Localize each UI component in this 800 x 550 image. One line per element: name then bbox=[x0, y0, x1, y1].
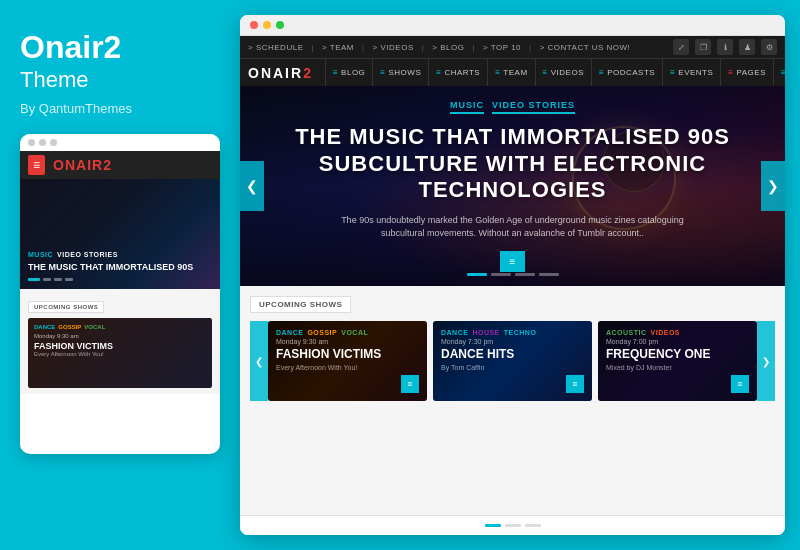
upcoming-badge: UPCOMING SHOWS bbox=[250, 296, 351, 313]
nav-blog-icon: ≡ bbox=[333, 68, 338, 77]
shows-prev-button[interactable]: ❮ bbox=[250, 321, 268, 401]
mobile-hero: MUSIC VIDEO STORIES THE MUSIC THAT IMMOR… bbox=[20, 179, 220, 289]
mobile-dot-2 bbox=[39, 139, 46, 146]
mobile-slide-dot-2 bbox=[43, 278, 51, 281]
browser-close-dot[interactable] bbox=[250, 21, 258, 29]
hero-content: MUSIC VIDEO STORIES THE MUSIC THAT IMMOR… bbox=[240, 86, 785, 286]
topnav-team[interactable]: > TEAM bbox=[322, 43, 354, 52]
show-1-tag-dance: DANCE bbox=[276, 329, 303, 336]
show-1-desc: Every Afternoon With You! bbox=[276, 364, 419, 371]
footer-dot-2 bbox=[505, 524, 521, 527]
hero-dot-3[interactable] bbox=[515, 273, 535, 276]
hero-slide-dots bbox=[467, 273, 559, 276]
hero-next-button[interactable]: ❯ bbox=[761, 161, 785, 211]
show-2-tag-techno: TECHNO bbox=[504, 329, 537, 336]
mobile-preview: ≡ ONAIR2 MUSIC VIDEO STORIES THE MUSIC T… bbox=[20, 134, 220, 454]
copy-icon[interactable]: ❐ bbox=[695, 39, 711, 55]
shows-next-button[interactable]: ❯ bbox=[757, 321, 775, 401]
mobile-hero-content: MUSIC VIDEO STORIES THE MUSIC THAT IMMOR… bbox=[28, 251, 193, 281]
logo-accent: 2 bbox=[303, 65, 313, 81]
show-2-tag-house: HOUSE bbox=[472, 329, 499, 336]
user-icon[interactable]: ♟ bbox=[739, 39, 755, 55]
show-2-tags: DANCE HOUSE TECHNO bbox=[441, 329, 584, 336]
site-logo: ONAIR2 bbox=[248, 65, 313, 81]
browser-chrome-bar bbox=[240, 15, 785, 36]
nav-items: ≡ BLOG ≡ SHOWS ≡ CHARTS ≡ TEAM ≡ VIDEOS … bbox=[325, 59, 785, 87]
mobile-dot-3 bbox=[50, 139, 57, 146]
upcoming-header: UPCOMING SHOWS bbox=[250, 296, 775, 313]
nav-podcasts-icon: ≡ bbox=[599, 68, 604, 77]
mobile-show-tags: DANCE GOSSIP VOCAL bbox=[34, 324, 206, 330]
theme-author: By QantumThemes bbox=[20, 101, 220, 116]
topnav-blog[interactable]: > BLOG bbox=[432, 43, 464, 52]
mobile-hero-tags: MUSIC VIDEO STORIES bbox=[28, 251, 193, 258]
settings-icon[interactable]: ⚙ bbox=[761, 39, 777, 55]
mobile-slide-dot-3 bbox=[54, 278, 62, 281]
browser-content: > SCHEDULE | > TEAM | > VIDEOS | > BLOG … bbox=[240, 36, 785, 535]
footer-dots bbox=[485, 524, 541, 527]
nav-videos-icon: ≡ bbox=[543, 68, 548, 77]
show-3-tag-videos: VIDEOS bbox=[651, 329, 680, 336]
mobile-hero-title: THE MUSIC THAT IMMORTALISED 90S bbox=[28, 262, 193, 273]
mobile-show-tag-vocal: VOCAL bbox=[84, 324, 105, 330]
mobile-upcoming-section: UPCOMING SHOWS DANCE GOSSIP VOCAL Monday… bbox=[20, 289, 220, 394]
shows-carousel: ❮ DANCE GOSSIP VOCAL Monday 9:30 am bbox=[250, 321, 775, 401]
mobile-logo: ONAIR2 bbox=[53, 157, 112, 173]
site-hero: ❮ ❯ MUSIC VIDEO STORIES THE MUSIC THAT I… bbox=[240, 86, 785, 286]
show-card-1-content: DANCE GOSSIP VOCAL Monday 9:30 am FASHIO… bbox=[268, 321, 427, 379]
nav-events-icon: ≡ bbox=[670, 68, 675, 77]
browser-preview: > SCHEDULE | > TEAM | > VIDEOS | > BLOG … bbox=[240, 15, 785, 535]
nav-pages[interactable]: ≡ PAGES bbox=[721, 59, 774, 87]
show-2-desc: By Tom Caffin bbox=[441, 364, 584, 371]
nav-videos[interactable]: ≡ VIDEOS bbox=[536, 59, 592, 87]
topnav-schedule[interactable]: > SCHEDULE bbox=[248, 43, 303, 52]
show-3-tag-acoustic: ACOUSTIC bbox=[606, 329, 647, 336]
hero-dot-4[interactable] bbox=[539, 273, 559, 276]
show-1-tag-gossip: GOSSIP bbox=[307, 329, 337, 336]
browser-maximize-dot[interactable] bbox=[276, 21, 284, 29]
hero-dot-2[interactable] bbox=[491, 273, 511, 276]
nav-shows[interactable]: ≡ SHOWS bbox=[373, 59, 429, 87]
nav-team[interactable]: ≡ TEAM bbox=[488, 59, 535, 87]
nav-charts[interactable]: ≡ CHARTS bbox=[429, 59, 488, 87]
mobile-slide-dot-1 bbox=[28, 278, 40, 281]
show-card-3: ACOUSTIC VIDEOS Monday 7:00 pm FREQUENCY… bbox=[598, 321, 757, 401]
nav-events[interactable]: ≡ EVENTS bbox=[663, 59, 721, 87]
hero-tags: MUSIC VIDEO STORIES bbox=[290, 100, 735, 114]
hero-tag-video: VIDEO STORIES bbox=[492, 100, 575, 114]
nav-charts-icon: ≡ bbox=[436, 68, 441, 77]
share-icon[interactable]: ⤢ bbox=[673, 39, 689, 55]
hero-desc: The 90s undoubtedly marked the Golden Ag… bbox=[333, 214, 693, 241]
nav-pages-icon: ≡ bbox=[728, 68, 733, 77]
nav-buy-icon: ≡ bbox=[781, 68, 785, 77]
theme-subtitle: Theme bbox=[20, 67, 220, 93]
mobile-tag-video: VIDEO STORIES bbox=[57, 251, 118, 258]
browser-minimize-dot[interactable] bbox=[263, 21, 271, 29]
topnav-contact[interactable]: > CONTACT US NOW! bbox=[540, 43, 631, 52]
mobile-slide-dot-4 bbox=[65, 278, 73, 281]
hero-title: THE MUSIC THAT IMMORTALISED 90S SUBCULTU… bbox=[290, 124, 735, 203]
upcoming-section: UPCOMING SHOWS ❮ DANCE GOSSIP VOCAL bbox=[240, 286, 785, 515]
topnav-videos[interactable]: > VIDEOS bbox=[373, 43, 414, 52]
mobile-show-content: DANCE GOSSIP VOCAL Monday 9:30 am FASHIO… bbox=[28, 318, 212, 363]
site-footer-strip bbox=[240, 515, 785, 535]
info-icon[interactable]: ℹ bbox=[717, 39, 733, 55]
nav-shows-icon: ≡ bbox=[380, 68, 385, 77]
show-1-tags: DANCE GOSSIP VOCAL bbox=[276, 329, 419, 336]
site-main-nav: ONAIR2 ≡ BLOG ≡ SHOWS ≡ CHARTS ≡ TEAM ≡ … bbox=[240, 58, 785, 86]
show-1-title: FASHION VICTIMS bbox=[276, 348, 419, 361]
mobile-show-desc: Every Afternoon With You! bbox=[34, 351, 206, 357]
topnav-top10[interactable]: > TOP 10 bbox=[483, 43, 521, 52]
nav-blog[interactable]: ≡ BLOG bbox=[325, 59, 373, 87]
nav-buy[interactable]: ≡ BUY bbox=[774, 59, 785, 87]
mobile-upcoming-badge: UPCOMING SHOWS bbox=[28, 301, 104, 313]
mobile-window-bar bbox=[20, 134, 220, 151]
mobile-hamburger-icon[interactable]: ≡ bbox=[28, 155, 45, 175]
hero-dot-1[interactable] bbox=[467, 273, 487, 276]
nav-team-icon: ≡ bbox=[495, 68, 500, 77]
show-card-2: DANCE HOUSE TECHNO Monday 7:30 pm DANCE … bbox=[433, 321, 592, 401]
theme-title: Onair2 bbox=[20, 30, 220, 65]
nav-podcasts[interactable]: ≡ PODCASTS bbox=[592, 59, 663, 87]
hero-cta-button[interactable]: ≡ bbox=[500, 251, 526, 272]
hero-prev-button[interactable]: ❮ bbox=[240, 161, 264, 211]
